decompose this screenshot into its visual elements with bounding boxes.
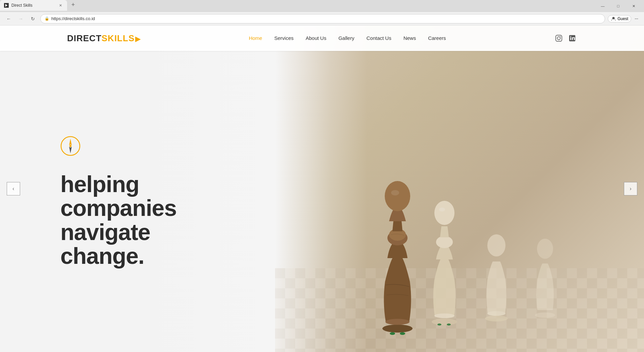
guest-avatar-icon (611, 16, 616, 21)
svg-point-11 (385, 181, 410, 211)
svg-marker-29 (69, 147, 72, 154)
window-controls: — □ ✕ (595, 0, 644, 12)
browser-actions: Guest ··· (608, 15, 640, 22)
site-navigation: DIRECTSKILLS▶ Home Services About Us Gal… (0, 25, 644, 51)
svg-point-8 (385, 319, 410, 325)
svg-marker-28 (69, 139, 72, 145)
nav-services[interactable]: Services (274, 35, 294, 41)
maximize-button[interactable]: □ (610, 0, 626, 12)
back-button[interactable]: ← (4, 14, 13, 23)
hero-content: helping companies navigate change. (60, 136, 176, 268)
chess-background-image (275, 25, 644, 352)
svg-rect-35 (570, 37, 571, 40)
browser-menu-button[interactable]: ··· (633, 15, 640, 22)
nav-links: Home Services About Us Gallery Contact U… (249, 35, 446, 41)
nav-gallery[interactable]: Gallery (338, 35, 355, 41)
carousel-next-button[interactable]: › (624, 182, 637, 195)
compass-icon-container (60, 136, 176, 164)
instagram-icon[interactable] (554, 34, 564, 43)
nav-home[interactable]: Home (249, 35, 262, 41)
svg-point-21 (447, 324, 451, 326)
hero-section: helping companies navigate change. ‹ › (0, 25, 644, 352)
address-bar[interactable]: 🔒 https://directskills.co.id (40, 14, 605, 23)
forward-button[interactable]: → (16, 14, 25, 23)
social-links (554, 34, 577, 43)
logo-skills: SKILLS (102, 33, 135, 43)
hero-heading: helping companies navigate change. (60, 172, 176, 268)
website-content: helping companies navigate change. ‹ › D… (0, 25, 644, 352)
tab-title: Direct Skills (11, 3, 55, 8)
svg-point-24 (487, 234, 505, 256)
new-tab-button[interactable]: + (68, 0, 78, 9)
svg-point-12 (391, 190, 399, 195)
carousel-prev-button[interactable]: ‹ (7, 182, 20, 195)
svg-point-32 (557, 37, 560, 40)
logo-arrow-icon: ▶ (135, 35, 141, 43)
svg-point-7 (382, 325, 413, 333)
svg-point-20 (437, 324, 441, 326)
browser-tab-bar: Direct Skills ✕ + — □ ✕ (0, 0, 644, 12)
guest-label: Guest (618, 16, 628, 21)
active-tab[interactable]: Direct Skills ✕ (0, 0, 67, 11)
close-button[interactable]: ✕ (626, 0, 641, 12)
logo-direct: DIRECT (67, 33, 102, 43)
nav-contact[interactable]: Contact Us (366, 35, 391, 41)
url-text: https://directskills.co.id (51, 16, 601, 21)
tab-favicon (4, 3, 9, 8)
svg-point-30 (69, 145, 71, 147)
svg-point-36 (570, 36, 571, 37)
site-logo[interactable]: DIRECTSKILLS▶ (67, 33, 141, 44)
svg-point-23 (487, 311, 505, 316)
nav-about[interactable]: About Us (306, 35, 326, 41)
linkedin-icon[interactable] (568, 34, 577, 43)
svg-marker-0 (5, 4, 8, 7)
minimize-button[interactable]: — (595, 0, 610, 12)
nav-news[interactable]: News (404, 35, 416, 41)
svg-point-26 (537, 239, 553, 259)
svg-point-13 (390, 332, 395, 335)
compass-icon (60, 136, 80, 156)
svg-point-33 (560, 36, 561, 37)
nav-careers[interactable]: Careers (428, 35, 446, 41)
svg-point-19 (439, 208, 445, 212)
lock-icon: 🔒 (45, 16, 49, 21)
svg-point-16 (434, 313, 454, 318)
svg-point-18 (434, 201, 454, 225)
svg-point-22 (485, 315, 508, 321)
browser-toolbar: ← → ↻ 🔒 https://directskills.co.id Guest… (0, 12, 644, 25)
chess-pieces-svg (319, 101, 621, 335)
svg-point-17 (436, 236, 453, 248)
refresh-button[interactable]: ↻ (28, 14, 38, 23)
tab-close-button[interactable]: ✕ (58, 3, 63, 8)
svg-rect-31 (556, 35, 562, 41)
svg-point-25 (535, 312, 555, 318)
svg-point-14 (400, 332, 405, 335)
guest-profile-button[interactable]: Guest (608, 15, 631, 22)
svg-point-15 (432, 318, 457, 325)
